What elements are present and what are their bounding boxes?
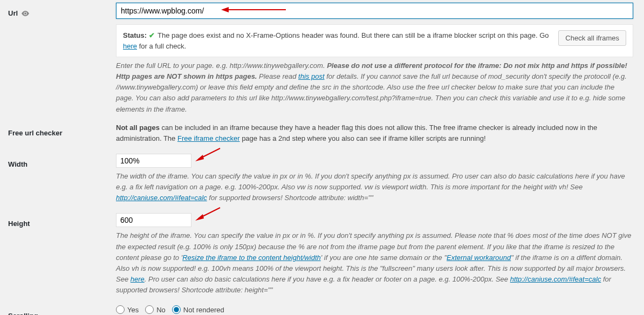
caniuse-calc-link-2[interactable]: http://caniuse.com/#feat=calc	[510, 275, 601, 283]
svg-marker-3	[195, 155, 204, 161]
height-label: Height	[8, 213, 116, 228]
status-here-link[interactable]: here	[123, 42, 137, 50]
svg-line-2	[198, 148, 220, 159]
scrolling-not-rendered-radio[interactable]	[172, 305, 181, 314]
url-input[interactable]	[116, 3, 633, 19]
width-description: The width of the iframe. You can specify…	[116, 171, 633, 203]
this-post-link[interactable]: this post	[298, 72, 324, 80]
status-label: Status:	[123, 31, 147, 39]
height-input[interactable]	[116, 213, 191, 227]
resize-iframe-link[interactable]: Resize the iframe to the content height/…	[182, 254, 321, 262]
scrolling-label: Scrolling	[8, 305, 116, 315]
svg-marker-5	[195, 214, 204, 221]
check-all-iframes-button[interactable]: Check all iframes	[558, 30, 626, 46]
free-url-checker-label: Free url checker	[8, 122, 116, 137]
url-label: Url	[8, 3, 116, 18]
caniuse-calc-link[interactable]: http://caniuse.com/#feat=calc	[116, 194, 207, 202]
scrolling-yes-option[interactable]: Yes	[116, 305, 139, 314]
scrolling-not-rendered-option[interactable]: Not rendered	[172, 305, 224, 314]
scrolling-no-radio[interactable]	[145, 305, 154, 314]
here-link[interactable]: here	[131, 275, 145, 283]
width-input[interactable]	[116, 154, 191, 168]
arrow-annotation-icon	[194, 147, 221, 163]
scrolling-yes-radio[interactable]	[116, 305, 125, 314]
eye-icon	[22, 10, 29, 18]
scrolling-radio-group: Yes No Not rendered	[116, 305, 633, 314]
width-label: Width	[8, 154, 116, 168]
free-url-checker-text: Not all pages can be included in an ifra…	[116, 122, 633, 144]
url-description: Enter the full URL to your page. e.g. ht…	[116, 60, 633, 115]
status-message-2: for a full check.	[137, 42, 186, 50]
external-workaround-link[interactable]: External workaround	[447, 254, 511, 262]
free-iframe-checker-link[interactable]: Free iframe checker	[177, 134, 240, 142]
scrolling-no-option[interactable]: No	[145, 305, 166, 314]
arrow-annotation-icon	[194, 207, 221, 223]
status-box: Status: ✔ The page does exist and no X-F…	[116, 24, 633, 57]
check-icon: ✔	[149, 31, 155, 39]
svg-line-4	[198, 208, 220, 218]
status-message-1: The page does exist and no X-Frame-Optio…	[157, 31, 549, 39]
height-description: The height of the iframe. You can specif…	[116, 230, 633, 296]
